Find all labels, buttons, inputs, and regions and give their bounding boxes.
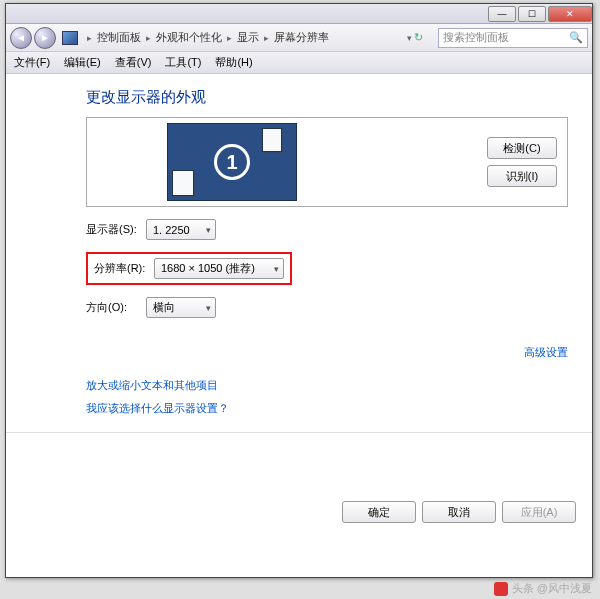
orientation-row: 方向(O): 横向: [86, 297, 568, 318]
help-links: 放大或缩小文本和其他项目 我应该选择什么显示器设置？: [86, 378, 568, 416]
minimize-button[interactable]: —: [488, 6, 516, 22]
refresh-icon[interactable]: ↻: [414, 31, 430, 44]
chevron-right-icon: ▸: [146, 33, 151, 43]
orientation-value: 横向: [153, 300, 175, 315]
advanced-row: 高级设置: [86, 342, 568, 360]
menu-view[interactable]: 查看(V): [115, 55, 152, 70]
display-label: 显示器(S):: [86, 222, 146, 237]
watermark-logo-icon: [494, 582, 508, 596]
display-value: 1. 2250: [153, 224, 190, 236]
breadcrumb-item[interactable]: 控制面板: [97, 30, 141, 45]
identify-button[interactable]: 识别(I): [487, 165, 557, 187]
breadcrumb-dropdown[interactable]: ▾: [407, 33, 412, 43]
monitor-window-icon: [262, 128, 282, 152]
display-select[interactable]: 1. 2250: [146, 219, 216, 240]
resolution-value: 1680 × 1050 (推荐): [161, 261, 255, 276]
resolution-highlight: 分辨率(R): 1680 × 1050 (推荐): [86, 252, 292, 285]
breadcrumb-current: 屏幕分辨率: [274, 30, 329, 45]
control-panel-icon: [62, 31, 78, 45]
text-size-link[interactable]: 放大或缩小文本和其他项目: [86, 378, 568, 393]
divider: [6, 432, 592, 433]
menu-file[interactable]: 文件(F): [14, 55, 50, 70]
breadcrumb-item[interactable]: 外观和个性化: [156, 30, 222, 45]
chevron-right-icon: ▸: [227, 33, 232, 43]
menu-edit[interactable]: 编辑(E): [64, 55, 101, 70]
navigation-bar: ◄ ► ▸ 控制面板 ▸ 外观和个性化 ▸ 显示 ▸ 屏幕分辨率 ▾ ↻ 搜索控…: [6, 24, 592, 52]
maximize-button[interactable]: ☐: [518, 6, 546, 22]
resolution-row: 分辨率(R): 1680 × 1050 (推荐): [86, 252, 568, 285]
watermark-text: 头条 @风中浅夏: [512, 581, 592, 596]
page-title: 更改显示器的外观: [86, 88, 568, 107]
resolution-select[interactable]: 1680 × 1050 (推荐): [154, 258, 284, 279]
apply-button[interactable]: 应用(A): [502, 501, 576, 523]
dialog-buttons: 确定 取消 应用(A): [342, 501, 576, 523]
titlebar: — ☐ ✕: [6, 4, 592, 24]
menu-help[interactable]: 帮助(H): [215, 55, 252, 70]
watermark: 头条 @风中浅夏: [494, 581, 592, 596]
search-input[interactable]: 搜索控制面板 🔍: [438, 28, 588, 48]
menu-tools[interactable]: 工具(T): [165, 55, 201, 70]
forward-button[interactable]: ►: [34, 27, 56, 49]
chevron-right-icon: ▸: [264, 33, 269, 43]
breadcrumb-item[interactable]: 显示: [237, 30, 259, 45]
chevron-right-icon: ▸: [87, 33, 92, 43]
back-button[interactable]: ◄: [10, 27, 32, 49]
monitor-number-badge: 1: [214, 144, 250, 180]
advanced-settings-link[interactable]: 高级设置: [524, 346, 568, 358]
content-area: 更改显示器的外观 1 检测(C) 识别(I) 显示器(S): 1. 2250 分…: [6, 74, 592, 539]
menubar: 文件(F) 编辑(E) 查看(V) 工具(T) 帮助(H): [6, 52, 592, 74]
display-row: 显示器(S): 1. 2250: [86, 219, 568, 240]
detection-buttons: 检测(C) 识别(I): [487, 137, 557, 187]
monitor-window-icon: [172, 170, 194, 196]
cancel-button[interactable]: 取消: [422, 501, 496, 523]
search-placeholder: 搜索控制面板: [443, 30, 509, 45]
orientation-select[interactable]: 横向: [146, 297, 216, 318]
resolution-label: 分辨率(R):: [94, 261, 154, 276]
detect-button[interactable]: 检测(C): [487, 137, 557, 159]
close-button[interactable]: ✕: [548, 6, 592, 22]
search-icon: 🔍: [569, 31, 583, 44]
monitor-preview-box: 1 检测(C) 识别(I): [86, 117, 568, 207]
which-settings-link[interactable]: 我应该选择什么显示器设置？: [86, 401, 568, 416]
orientation-label: 方向(O):: [86, 300, 146, 315]
monitor-preview[interactable]: 1: [167, 123, 297, 201]
screen-resolution-window: — ☐ ✕ ◄ ► ▸ 控制面板 ▸ 外观和个性化 ▸ 显示 ▸ 屏幕分辨率 ▾…: [5, 3, 593, 578]
ok-button[interactable]: 确定: [342, 501, 416, 523]
